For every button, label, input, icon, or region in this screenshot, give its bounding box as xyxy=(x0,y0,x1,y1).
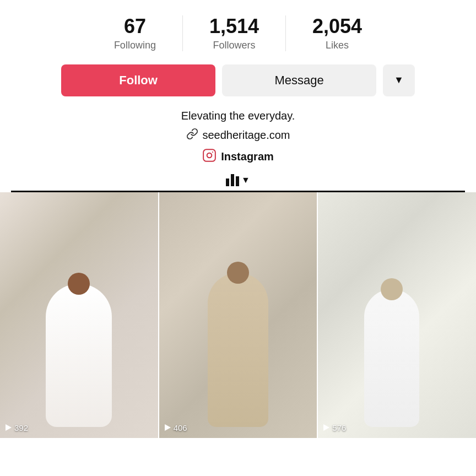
dropdown-chevron-icon: ▼ xyxy=(394,74,404,86)
play-info-3: 576 xyxy=(323,423,346,432)
tab-chevron-icon: ▼ xyxy=(241,175,250,185)
following-count: 67 xyxy=(124,15,146,37)
svg-rect-0 xyxy=(203,149,215,161)
head-shape-1 xyxy=(68,273,90,295)
dropdown-button[interactable]: ▼ xyxy=(383,64,415,96)
figure-shape-3 xyxy=(364,289,419,427)
play-info-1: 392 xyxy=(6,423,28,432)
video-thumb-3[interactable]: 576 xyxy=(318,192,476,438)
stats-row: 67 Following 1,514 Followers 2,054 Likes xyxy=(11,15,465,51)
bio-section: Elevating the everyday. seedheritage.com xyxy=(11,110,465,165)
play-icon-2 xyxy=(165,424,171,431)
following-stat[interactable]: 67 Following xyxy=(88,15,183,51)
video-thumb-1[interactable]: 392 xyxy=(0,192,158,438)
likes-stat[interactable]: 2,054 Likes xyxy=(286,15,388,51)
bio-tagline: Elevating the everyday. xyxy=(11,110,465,122)
instagram-icon xyxy=(202,148,217,165)
view-count-1: 392 xyxy=(14,423,28,432)
grid-bars-icon xyxy=(226,174,239,186)
followers-count: 1,514 xyxy=(209,15,259,37)
bio-website-row[interactable]: seedheritage.com xyxy=(11,128,465,143)
view-count-2: 406 xyxy=(174,423,187,432)
link-icon xyxy=(186,128,198,143)
followers-stat[interactable]: 1,514 Followers xyxy=(183,15,286,51)
website-text: seedheritage.com xyxy=(203,129,290,142)
tabs-row: ▼ xyxy=(11,174,465,192)
likes-count: 2,054 xyxy=(312,15,362,37)
instagram-label: Instagram xyxy=(221,150,274,163)
video-grid: 392 406 576 xyxy=(0,192,476,438)
likes-label: Likes xyxy=(326,40,349,51)
play-icon-1 xyxy=(6,424,12,431)
view-count-3: 576 xyxy=(332,423,346,432)
svg-point-2 xyxy=(212,152,213,153)
follow-button[interactable]: Follow xyxy=(61,64,215,96)
svg-point-1 xyxy=(207,153,212,158)
video-thumb-2[interactable]: 406 xyxy=(159,192,317,438)
followers-label: Followers xyxy=(213,40,255,51)
figure-shape-1 xyxy=(46,284,112,427)
grid-tab[interactable]: ▼ xyxy=(226,174,250,186)
message-button[interactable]: Message xyxy=(222,64,376,96)
head-shape-2 xyxy=(227,262,249,284)
bio-instagram-row[interactable]: Instagram xyxy=(11,148,465,165)
profile-page: 67 Following 1,514 Followers 2,054 Likes… xyxy=(0,0,476,438)
figure-shape-2 xyxy=(208,273,268,427)
head-shape-3 xyxy=(381,278,403,300)
play-icon-3 xyxy=(323,424,329,431)
following-label: Following xyxy=(114,40,156,51)
action-buttons-row: Follow Message ▼ xyxy=(11,64,465,96)
play-info-2: 406 xyxy=(165,423,187,432)
